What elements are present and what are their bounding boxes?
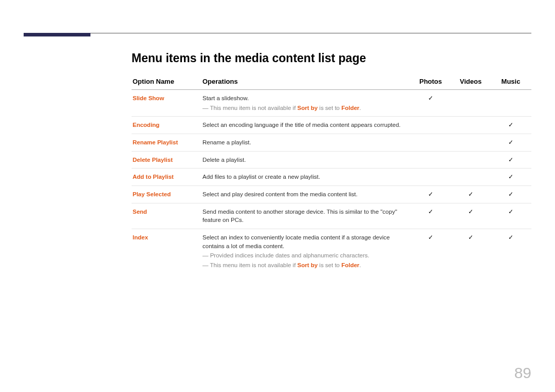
- cell-videos: [451, 134, 491, 152]
- option-name: Play Selected: [132, 186, 201, 203]
- note-text: .: [359, 262, 361, 268]
- table-row: Delete PlaylistDelete a playlist.✓: [132, 151, 531, 169]
- option-name: Encoding: [132, 117, 201, 134]
- cell-music: ✓: [491, 203, 531, 229]
- option-name: Rename Playlist: [132, 134, 201, 152]
- operation-note: ― This menu item is not available if Sor…: [202, 261, 409, 270]
- check-icon: ✓: [428, 209, 433, 215]
- operation-desc: Start a slideshow.― This menu item is no…: [201, 90, 411, 117]
- cell-photos: ✓: [411, 90, 451, 117]
- option-name: Send: [132, 203, 201, 229]
- operation-desc: Select an encoding language if the title…: [201, 117, 411, 134]
- check-icon: ✓: [428, 191, 433, 197]
- check-icon: ✓: [508, 174, 513, 180]
- option-name: Slide Show: [132, 90, 201, 117]
- note-highlight: Folder: [341, 105, 359, 111]
- col-music: Music: [491, 74, 531, 90]
- table-row: Play SelectedSelect and play desired con…: [132, 186, 531, 203]
- top-rule: [24, 33, 531, 33]
- check-icon: ✓: [508, 157, 513, 163]
- operation-desc: Rename a playlist.: [201, 134, 411, 152]
- col-operations: Operations: [201, 74, 411, 90]
- note-highlight: Sort by: [298, 262, 318, 268]
- operation-note: ― Provided indices include dates and alp…: [202, 251, 409, 260]
- table-row: SendSend media content to another storag…: [132, 203, 531, 229]
- check-icon: ✓: [508, 234, 513, 240]
- note-dash: ―: [202, 252, 210, 258]
- cell-music: ✓: [491, 186, 531, 203]
- option-name: Add to Playlist: [132, 169, 201, 186]
- check-icon: ✓: [468, 191, 473, 197]
- check-icon: ✓: [508, 209, 513, 215]
- cell-photos: [411, 117, 451, 134]
- cell-music: ✓: [491, 134, 531, 152]
- note-highlight: Sort by: [298, 105, 318, 111]
- note-text: This menu item is not available if: [210, 262, 298, 268]
- accent-bar: [24, 33, 90, 36]
- table-row: EncodingSelect an encoding language if t…: [132, 117, 531, 134]
- cell-videos: [451, 117, 491, 134]
- cell-videos: ✓: [451, 229, 491, 274]
- check-icon: ✓: [428, 95, 433, 101]
- cell-music: ✓: [491, 117, 531, 134]
- table-row: Add to PlaylistAdd files to a playlist o…: [132, 169, 531, 186]
- operation-text: Send media content to another storage de…: [202, 209, 397, 223]
- table-row: Slide ShowStart a slideshow.― This menu …: [132, 90, 531, 117]
- col-photos: Photos: [411, 74, 451, 90]
- operation-text: Select and play desired content from the…: [202, 191, 358, 197]
- operation-text: Add files to a playlist or create a new …: [202, 174, 320, 180]
- cell-photos: ✓: [411, 229, 451, 274]
- page-number: 89: [514, 364, 531, 382]
- cell-photos: [411, 134, 451, 152]
- check-icon: ✓: [508, 139, 513, 145]
- check-icon: ✓: [508, 191, 513, 197]
- page-title: Menu items in the media content list pag…: [132, 51, 531, 65]
- content-area: Menu items in the media content list pag…: [132, 51, 531, 274]
- table-header-row: Option Name Operations Photos Videos Mus…: [132, 74, 531, 90]
- note-dash: ―: [202, 262, 210, 268]
- cell-music: ✓: [491, 151, 531, 169]
- operation-text: Start a slideshow.: [202, 95, 249, 101]
- operation-text: Rename a playlist.: [202, 139, 251, 145]
- operation-desc: Add files to a playlist or create a new …: [201, 169, 411, 186]
- note-dash: ―: [202, 105, 210, 111]
- options-table: Option Name Operations Photos Videos Mus…: [132, 74, 531, 274]
- cell-videos: [451, 169, 491, 186]
- note-text: is set to: [318, 262, 341, 268]
- check-icon: ✓: [468, 209, 473, 215]
- cell-videos: [451, 90, 491, 117]
- cell-videos: ✓: [451, 203, 491, 229]
- operation-desc: Select and play desired content from the…: [201, 186, 411, 203]
- col-option-name: Option Name: [132, 74, 201, 90]
- cell-music: ✓: [491, 169, 531, 186]
- cell-photos: ✓: [411, 203, 451, 229]
- cell-music: [491, 90, 531, 117]
- operation-text: Select an index to conveniently locate m…: [202, 234, 390, 249]
- option-name: Delete Playlist: [132, 151, 201, 169]
- table-row: IndexSelect an index to conveniently loc…: [132, 229, 531, 274]
- note-text: This menu item is not available if: [210, 105, 298, 111]
- cell-photos: ✓: [411, 186, 451, 203]
- operation-text: Select an encoding language if the title…: [202, 122, 401, 128]
- operation-desc: Delete a playlist.: [201, 151, 411, 169]
- note-text: Provided indices include dates and alpha…: [210, 252, 369, 258]
- table-row: Rename PlaylistRename a playlist.✓: [132, 134, 531, 152]
- cell-photos: [411, 151, 451, 169]
- check-icon: ✓: [428, 234, 433, 240]
- cell-music: ✓: [491, 229, 531, 274]
- operation-desc: Select an index to conveniently locate m…: [201, 229, 411, 274]
- note-highlight: Folder: [341, 262, 359, 268]
- col-videos: Videos: [451, 74, 491, 90]
- note-text: is set to: [318, 105, 341, 111]
- option-name: Index: [132, 229, 201, 274]
- note-text: .: [359, 105, 361, 111]
- operation-text: Delete a playlist.: [202, 157, 246, 163]
- operation-note: ― This menu item is not available if Sor…: [202, 104, 409, 113]
- cell-videos: ✓: [451, 186, 491, 203]
- cell-videos: [451, 151, 491, 169]
- check-icon: ✓: [468, 234, 473, 240]
- cell-photos: [411, 169, 451, 186]
- check-icon: ✓: [508, 122, 513, 128]
- operation-desc: Send media content to another storage de…: [201, 203, 411, 229]
